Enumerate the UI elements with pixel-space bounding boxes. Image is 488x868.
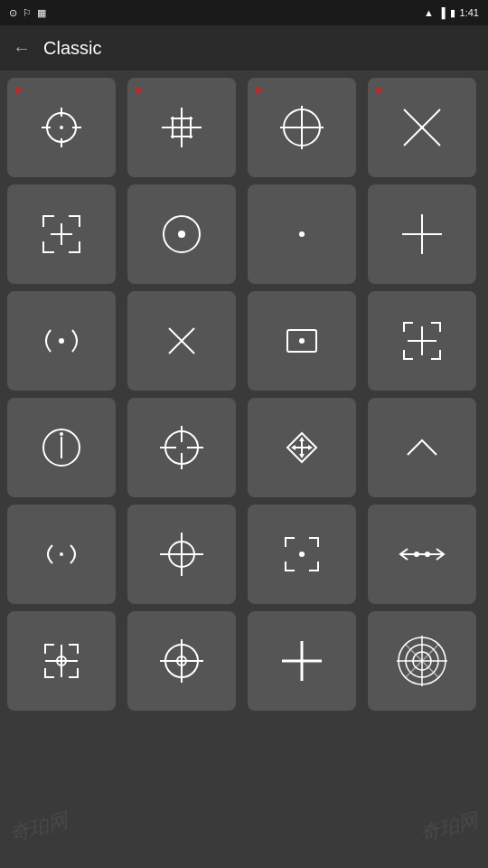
crosshair-svg-7 (273, 205, 331, 263)
crosshair-item-2[interactable]: ♥ (127, 78, 236, 177)
crosshair-svg-4 (393, 99, 451, 156)
svg-marker-44 (299, 454, 305, 458)
wifi-icon: ▲ (424, 7, 434, 18)
crosshair-svg-19 (273, 525, 331, 583)
svg-point-51 (299, 552, 305, 557)
crosshair-svg-20 (393, 525, 451, 583)
sd-icon: ▦ (37, 7, 46, 19)
page-title: Classic (43, 38, 101, 59)
crosshair-svg-10 (153, 312, 211, 370)
crosshair-item-9[interactable] (7, 291, 116, 391)
crosshair-svg-14 (153, 419, 211, 476)
crosshair-svg-22 (153, 632, 211, 690)
crosshair-svg-5 (33, 205, 90, 263)
crosshair-svg-3 (273, 99, 331, 156)
crosshair-svg-6 (153, 205, 211, 263)
crosshair-svg-12 (393, 312, 451, 370)
svg-marker-43 (299, 437, 305, 441)
crosshair-item-6[interactable] (127, 184, 236, 284)
status-left-icons: ⊙ ⚐ ▦ (9, 7, 46, 19)
crosshair-item-22[interactable] (127, 611, 236, 711)
favorite-heart-2: ♥ (135, 83, 142, 98)
svg-point-29 (299, 338, 305, 344)
crosshair-item-19[interactable] (248, 505, 356, 604)
crosshair-item-20[interactable] (368, 505, 476, 604)
status-right-icons: ▲ ▐ ▮ 1:41 (424, 7, 479, 19)
crosshair-item-21[interactable] (7, 611, 116, 711)
svg-point-47 (60, 552, 63, 556)
battery-icon: ▮ (450, 7, 455, 19)
crosshair-svg-2 (153, 99, 211, 156)
crosshair-item-1[interactable]: ♥ (7, 78, 116, 177)
favorite-heart-3: ♥ (255, 83, 262, 98)
crosshair-item-14[interactable] (127, 398, 236, 497)
crosshair-svg-13 (33, 419, 90, 476)
status-bar: ⊙ ⚐ ▦ ▲ ▐ ▮ 1:41 (0, 0, 488, 25)
crosshair-item-12[interactable] (368, 291, 476, 391)
favorite-heart-4: ♥ (375, 83, 382, 98)
svg-point-25 (59, 338, 64, 344)
crosshair-svg-23 (273, 632, 331, 690)
svg-marker-45 (291, 445, 296, 450)
time-display: 1:41 (460, 7, 479, 18)
watermark-left: 奇珀网 (6, 807, 71, 848)
crosshair-item-17[interactable] (7, 505, 116, 604)
crosshair-svg-8 (393, 205, 451, 263)
crosshair-svg-21 (33, 632, 90, 690)
notification-icon: ⚐ (23, 7, 32, 19)
crosshair-svg-17 (33, 525, 90, 583)
crosshair-grid: ♥ ♥ ♥ ♥ (0, 71, 488, 718)
crosshair-item-4[interactable]: ♥ (368, 78, 476, 177)
crosshair-svg-1 (33, 99, 90, 156)
back-button[interactable]: ← (13, 38, 31, 59)
svg-point-34 (60, 432, 63, 436)
favorite-heart-1: ♥ (14, 83, 22, 98)
crosshair-svg-16 (393, 419, 451, 476)
crosshair-item-16[interactable] (368, 398, 476, 497)
crosshair-item-8[interactable] (368, 184, 476, 284)
watermark-right: 奇珀网 (417, 807, 482, 848)
svg-point-17 (420, 126, 424, 129)
crosshair-item-5[interactable] (7, 184, 116, 284)
crosshair-svg-11 (273, 312, 331, 370)
svg-marker-46 (308, 445, 313, 450)
crosshair-svg-24 (393, 632, 451, 690)
crosshair-item-23[interactable] (248, 611, 356, 711)
android-icon: ⊙ (9, 7, 17, 19)
crosshair-item-24[interactable] (368, 611, 476, 711)
svg-point-21 (178, 231, 185, 238)
svg-point-22 (299, 231, 305, 237)
crosshair-item-3[interactable]: ♥ (248, 78, 356, 177)
crosshair-svg-15 (273, 419, 331, 476)
crosshair-item-15[interactable] (248, 398, 356, 497)
signal-icon: ▐ (438, 7, 446, 18)
header: ← Classic (0, 25, 488, 71)
crosshair-svg-9 (33, 312, 90, 370)
crosshair-item-18[interactable] (127, 505, 236, 604)
svg-point-1 (60, 126, 63, 129)
crosshair-item-11[interactable] (248, 291, 356, 391)
crosshair-item-7[interactable] (248, 184, 356, 284)
crosshair-item-13[interactable] (7, 398, 116, 497)
crosshair-item-10[interactable] (127, 291, 236, 391)
crosshair-svg-18 (153, 525, 211, 583)
